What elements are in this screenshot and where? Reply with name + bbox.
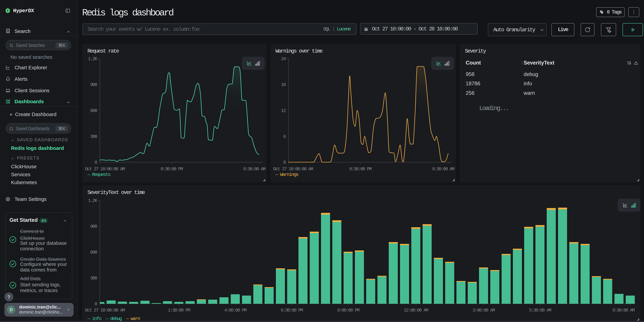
- svg-text:3:00:00 AM: 3:00:00 AM: [473, 308, 495, 313]
- svg-text:1.2K: 1.2K: [88, 56, 98, 62]
- svg-text:900: 900: [90, 224, 97, 229]
- svg-text:0: 0: [94, 160, 97, 165]
- svg-text:Oct 27 10:00:00 AM: Oct 27 10:00:00 AM: [85, 166, 125, 172]
- svg-text:6: 6: [283, 134, 286, 139]
- svg-text:18: 18: [281, 82, 286, 87]
- svg-text:0: 0: [94, 302, 97, 307]
- svg-text:5:30:00 AM: 5:30:00 AM: [529, 308, 552, 313]
- svg-text:Oct 27 10:00:00 AM: Oct 27 10:00:00 AM: [85, 308, 125, 313]
- svg-text:Oct 27 10:00:00 AM: Oct 27 10:00:00 AM: [273, 166, 313, 172]
- svg-text:600: 600: [90, 250, 97, 255]
- svg-text:900: 900: [90, 82, 97, 87]
- svg-text:4:00:00 PM: 4:00:00 PM: [224, 308, 247, 313]
- svg-text:300: 300: [90, 134, 97, 139]
- svg-text:8:30:00 PM: 8:30:00 PM: [349, 166, 372, 172]
- svg-text:9:30:00 AM: 9:30:00 AM: [243, 166, 266, 172]
- svg-text:6:30:00 PM: 6:30:00 PM: [281, 308, 303, 313]
- svg-text:24: 24: [281, 56, 286, 62]
- svg-text:12: 12: [281, 108, 286, 113]
- svg-text:9:00:00 PM: 9:00:00 PM: [337, 308, 360, 313]
- svg-text:8:30:00 PM: 8:30:00 PM: [161, 166, 183, 172]
- svg-text:0: 0: [283, 160, 286, 165]
- svg-text:300: 300: [90, 276, 97, 281]
- svg-text:1.2K: 1.2K: [88, 198, 98, 203]
- svg-text:9:30:00 AM: 9:30:00 AM: [432, 166, 454, 172]
- svg-text:1:30:00 PM: 1:30:00 PM: [168, 308, 190, 313]
- svg-text:9:30:00 AM: 9:30:00 AM: [612, 308, 635, 313]
- svg-text:12:00:00 AM: 12:00:00 AM: [404, 308, 428, 313]
- svg-text:600: 600: [90, 108, 97, 113]
